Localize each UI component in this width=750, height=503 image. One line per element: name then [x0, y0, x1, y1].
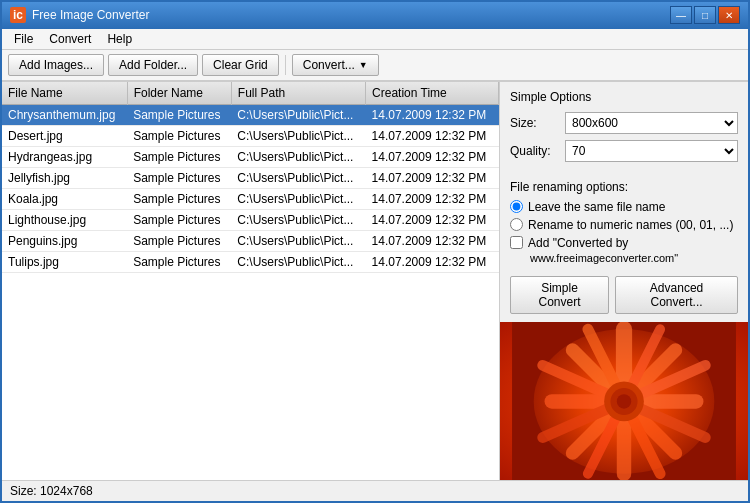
cell-time: 14.07.2009 12:32 PM — [366, 167, 499, 188]
watermark-text: www.freeimageconverter.com" — [510, 252, 738, 264]
table-row[interactable]: Jellyfish.jpgSample PicturesC:\Users\Pub… — [2, 167, 499, 188]
file-table: File Name Folder Name Full Path Creation… — [2, 82, 499, 273]
maximize-button[interactable]: □ — [694, 6, 716, 24]
file-panel: File Name Folder Name Full Path Creation… — [2, 82, 500, 480]
cell-file: Lighthouse.jpg — [2, 209, 127, 230]
cell-path: C:\Users\Public\Pict... — [231, 146, 365, 167]
table-row[interactable]: Chrysanthemum.jpgSample PicturesC:\Users… — [2, 104, 499, 125]
cell-time: 14.07.2009 12:32 PM — [366, 230, 499, 251]
svg-point-20 — [617, 394, 631, 408]
options-title: Simple Options — [510, 90, 738, 104]
window-controls: — □ ✕ — [670, 6, 740, 24]
cell-folder: Sample Pictures — [127, 230, 231, 251]
checkbox-converted[interactable] — [510, 236, 523, 249]
quality-label: Quality: — [510, 144, 565, 158]
convert-dropdown-arrow: ▼ — [359, 60, 368, 70]
main-window: ic Free Image Converter — □ ✕ File Conve… — [0, 0, 750, 503]
preview-image — [500, 322, 748, 480]
file-rename-section: File renaming options: Leave the same fi… — [500, 176, 748, 268]
quality-select[interactable]: 70 80 90 100 60 50 — [565, 140, 738, 162]
radio-same-name-label: Leave the same file name — [528, 200, 665, 214]
cell-time: 14.07.2009 12:32 PM — [366, 209, 499, 230]
cell-file: Desert.jpg — [2, 125, 127, 146]
radio-same-name[interactable] — [510, 200, 523, 213]
menu-file[interactable]: File — [6, 30, 41, 48]
cell-folder: Sample Pictures — [127, 146, 231, 167]
checkbox-converted-row: Add "Converted by — [510, 236, 738, 250]
cell-path: C:\Users\Public\Pict... — [231, 125, 365, 146]
cell-folder: Sample Pictures — [127, 209, 231, 230]
table-header-row: File Name Folder Name Full Path Creation… — [2, 82, 499, 105]
file-rename-title: File renaming options: — [510, 180, 738, 194]
cell-file: Jellyfish.jpg — [2, 167, 127, 188]
cell-path: C:\Users\Public\Pict... — [231, 104, 365, 125]
cell-path: C:\Users\Public\Pict... — [231, 230, 365, 251]
convert-buttons: Simple Convert Advanced Convert... — [500, 268, 748, 322]
title-bar: ic Free Image Converter — □ ✕ — [2, 2, 748, 29]
cell-file: Penguins.jpg — [2, 230, 127, 251]
cell-time: 14.07.2009 12:32 PM — [366, 146, 499, 167]
cell-folder: Sample Pictures — [127, 251, 231, 272]
table-row[interactable]: Lighthouse.jpgSample PicturesC:\Users\Pu… — [2, 209, 499, 230]
minimize-button[interactable]: — — [670, 6, 692, 24]
cell-file: Koala.jpg — [2, 188, 127, 209]
preview-area — [500, 322, 748, 480]
size-select[interactable]: 800x600 1024x768 1280x1024 640x480 Origi… — [565, 112, 738, 134]
cell-folder: Sample Pictures — [127, 104, 231, 125]
right-panel: Simple Options Size: 800x600 1024x768 12… — [500, 82, 748, 480]
cell-folder: Sample Pictures — [127, 125, 231, 146]
menu-bar: File Convert Help — [2, 29, 748, 50]
cell-time: 14.07.2009 12:32 PM — [366, 104, 499, 125]
size-row: Size: 800x600 1024x768 1280x1024 640x480… — [510, 112, 738, 134]
table-row[interactable]: Hydrangeas.jpgSample PicturesC:\Users\Pu… — [2, 146, 499, 167]
main-content: File Name Folder Name Full Path Creation… — [2, 81, 748, 480]
flower-svg — [500, 322, 748, 480]
cell-file: Hydrangeas.jpg — [2, 146, 127, 167]
table-row[interactable]: Penguins.jpgSample PicturesC:\Users\Publ… — [2, 230, 499, 251]
toolbar: Add Images... Add Folder... Clear Grid C… — [2, 50, 748, 81]
add-images-button[interactable]: Add Images... — [8, 54, 104, 76]
size-label: Size: — [510, 116, 565, 130]
cell-path: C:\Users\Public\Pict... — [231, 188, 365, 209]
cell-path: C:\Users\Public\Pict... — [231, 251, 365, 272]
cell-path: C:\Users\Public\Pict... — [231, 167, 365, 188]
simple-convert-button[interactable]: Simple Convert — [510, 276, 609, 314]
checkbox-converted-label: Add "Converted by — [528, 236, 628, 250]
app-icon: ic — [10, 7, 26, 23]
cell-path: C:\Users\Public\Pict... — [231, 209, 365, 230]
radio-same-name-row: Leave the same file name — [510, 200, 738, 214]
add-folder-button[interactable]: Add Folder... — [108, 54, 198, 76]
toolbar-divider — [285, 55, 286, 75]
radio-numeric[interactable] — [510, 218, 523, 231]
file-table-body: Chrysanthemum.jpgSample PicturesC:\Users… — [2, 104, 499, 272]
table-row[interactable]: Koala.jpgSample PicturesC:\Users\Public\… — [2, 188, 499, 209]
table-row[interactable]: Tulips.jpgSample PicturesC:\Users\Public… — [2, 251, 499, 272]
status-bar: Size: 1024x768 — [2, 480, 748, 501]
col-header-creationtime: Creation Time — [366, 82, 499, 105]
advanced-convert-button[interactable]: Advanced Convert... — [615, 276, 738, 314]
status-text: Size: 1024x768 — [10, 484, 93, 498]
table-row[interactable]: Desert.jpgSample PicturesC:\Users\Public… — [2, 125, 499, 146]
cell-time: 14.07.2009 12:32 PM — [366, 188, 499, 209]
quality-row: Quality: 70 80 90 100 60 50 — [510, 140, 738, 162]
radio-numeric-row: Rename to numeric names (00, 01, ...) — [510, 218, 738, 232]
close-button[interactable]: ✕ — [718, 6, 740, 24]
col-header-filename: File Name — [2, 82, 127, 105]
cell-time: 14.07.2009 12:32 PM — [366, 125, 499, 146]
cell-file: Tulips.jpg — [2, 251, 127, 272]
menu-help[interactable]: Help — [99, 30, 140, 48]
clear-grid-button[interactable]: Clear Grid — [202, 54, 279, 76]
cell-time: 14.07.2009 12:32 PM — [366, 251, 499, 272]
cell-folder: Sample Pictures — [127, 167, 231, 188]
cell-file: Chrysanthemum.jpg — [2, 104, 127, 125]
menu-convert[interactable]: Convert — [41, 30, 99, 48]
col-header-fullpath: Full Path — [231, 82, 365, 105]
col-header-foldername: Folder Name — [127, 82, 231, 105]
cell-folder: Sample Pictures — [127, 188, 231, 209]
options-panel: Simple Options Size: 800x600 1024x768 12… — [500, 82, 748, 176]
radio-numeric-label: Rename to numeric names (00, 01, ...) — [528, 218, 733, 232]
window-title: Free Image Converter — [32, 8, 670, 22]
convert-toolbar-button[interactable]: Convert... ▼ — [292, 54, 379, 76]
